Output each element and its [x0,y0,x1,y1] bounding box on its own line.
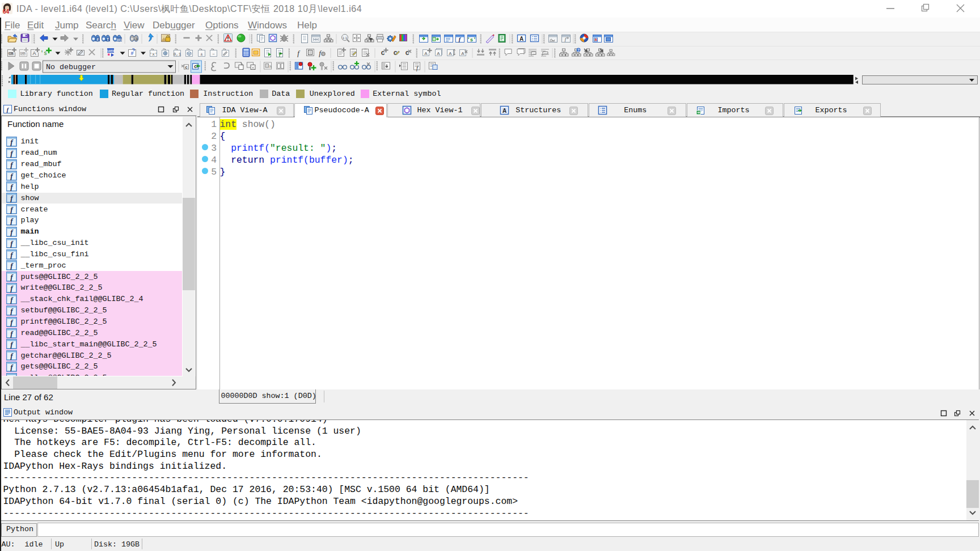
svg-text:#: # [130,50,133,56]
svg-text:101: 101 [116,38,122,41]
svg-text:h: h [269,65,272,69]
svg-text:A: A [519,36,523,42]
svg-text:1:1: 1:1 [343,36,348,40]
svg-text:c: c [185,65,188,70]
svg-text:~: ~ [212,52,215,57]
svg-text:f: f [297,49,301,57]
svg-text:c: c [194,63,197,69]
svg-text:64: 64 [3,9,10,15]
svg-text:A: A [437,51,440,56]
svg-text:#: # [96,37,99,41]
svg-text:?: ? [577,48,580,52]
svg-text:DATA: DATA [106,49,115,53]
svg-text:A: A [449,51,452,56]
svg-text:±: ± [200,52,203,57]
svg-text:T: T [107,37,109,41]
svg-text:A: A [32,50,36,56]
svg-text:A: A [461,51,464,56]
svg-text:'s': 's' [467,37,476,43]
svg-text:0,1: 0,1 [174,52,181,57]
svg-text:o: o [322,52,324,56]
svg-text:A: A [502,108,506,114]
svg-text:'x': 'x' [150,52,158,57]
svg-text:No debugger: No debugger [46,63,96,71]
